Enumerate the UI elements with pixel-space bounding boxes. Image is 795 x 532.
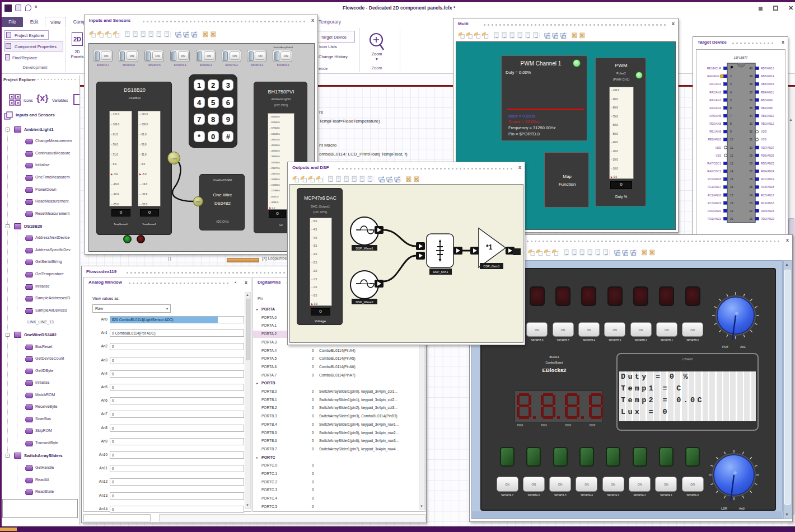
svg-text:10: 10 [730, 138, 733, 141]
svg-text:RB3/AN9: RB3/AN9 [761, 98, 773, 102]
svg-text:4: 4 [730, 91, 732, 94]
svg-text:RC1/AN17: RC1/AN17 [708, 185, 721, 189]
svg-text:RB1/AN10: RB1/AN10 [761, 114, 774, 117]
svg-text:33: 33 [749, 122, 752, 125]
svg-text:RD3/AN23: RD3/AN23 [761, 209, 774, 213]
svg-text:5: 5 [730, 98, 732, 102]
svg-text:RB0/AN12: RB0/AN12 [761, 122, 774, 125]
svg-text:RC0/AN16: RC0/AN16 [708, 177, 721, 181]
svg-text:2: 2 [730, 74, 732, 78]
svg-text:12: 12 [730, 154, 733, 157]
svg-text:39: 39 [749, 74, 752, 78]
svg-text:37: 37 [749, 91, 752, 94]
svg-text:DSP_MIX1: DSP_MIX1 [433, 270, 448, 274]
svg-text:20: 20 [730, 217, 733, 220]
svg-text:16F18877: 16F18877 [734, 56, 748, 59]
svg-text:DSP_Gain1: DSP_Gain1 [483, 265, 499, 268]
svg-text:RC3/AN19: RC3/AN19 [708, 201, 721, 205]
svg-text:11: 11 [730, 146, 733, 149]
svg-text:16: 16 [730, 185, 733, 189]
svg-text:DSP_Wave1: DSP_Wave1 [356, 247, 373, 250]
svg-text:RD2/AN22: RD2/AN22 [761, 217, 774, 220]
svg-text:22: 22 [749, 209, 752, 213]
svg-text:7: 7 [730, 114, 732, 117]
svg-text:28: 28 [749, 162, 752, 165]
svg-text:RD0/AN20: RD0/AN20 [708, 209, 721, 213]
svg-text:40: 40 [749, 67, 752, 70]
svg-text:15: 15 [730, 177, 733, 181]
svg-text:RE2/AN10: RE2/AN10 [708, 138, 721, 141]
svg-text:RB7/AN13: RB7/AN13 [761, 67, 774, 70]
svg-text:36: 36 [749, 98, 752, 102]
svg-text:35: 35 [749, 106, 752, 110]
svg-text:1: 1 [730, 67, 732, 70]
svg-text:VDD: VDD [761, 130, 767, 133]
svg-text:29: 29 [749, 154, 752, 157]
svg-text:RA4/AN4: RA4/AN4 [709, 106, 721, 110]
svg-text:8: 8 [730, 122, 732, 125]
svg-text:RE0/AN8: RE0/AN8 [709, 122, 721, 125]
svg-text:9: 9 [730, 130, 732, 133]
svg-text:RA7/OSC1: RA7/OSC1 [707, 162, 721, 165]
svg-text:RD1/AN21: RD1/AN21 [708, 217, 721, 220]
svg-text:27: 27 [749, 170, 752, 173]
svg-text:RA1/AN1: RA1/AN1 [709, 82, 721, 86]
svg-text:30: 30 [749, 146, 752, 149]
svg-text:13: 13 [730, 162, 733, 165]
svg-text:17: 17 [730, 194, 733, 197]
svg-text:34: 34 [749, 114, 752, 117]
svg-text:23: 23 [749, 201, 752, 205]
svg-text:38: 38 [749, 82, 752, 86]
svg-text:31: 31 [749, 138, 752, 141]
svg-text:RA0/AN0: RA0/AN0 [707, 74, 719, 78]
svg-text:*1: *1 [486, 243, 493, 251]
svg-text:RC2/AN18: RC2/AN18 [708, 194, 721, 197]
svg-text:VDD: VDD [715, 146, 721, 149]
svg-text:RA3/AN3: RA3/AN3 [709, 98, 721, 102]
svg-text:RC5/AN17: RC5/AN17 [761, 194, 774, 197]
svg-text:25: 25 [749, 185, 752, 189]
svg-text:RD5/AN25: RD5/AN25 [761, 162, 774, 165]
svg-text:RA2/AN2: RA2/AN2 [709, 91, 721, 94]
svg-text:RB6/AN14: RB6/AN14 [761, 74, 774, 78]
svg-text:VSS: VSS [761, 138, 767, 141]
svg-text:32: 32 [749, 130, 752, 133]
svg-text:RC4/AN16: RC4/AN16 [761, 201, 774, 205]
svg-text:21: 21 [749, 217, 752, 220]
svg-text:DSP_Wave2: DSP_Wave2 [356, 300, 373, 304]
svg-text:RB2/AN8: RB2/AN8 [761, 106, 773, 110]
svg-text:RB4/AN11: RB4/AN11 [761, 91, 774, 94]
svg-text:RC7/AN19: RC7/AN19 [761, 177, 774, 181]
svg-text:RE1/AN9: RE1/AN9 [709, 130, 721, 133]
svg-text:19: 19 [730, 209, 733, 213]
svg-text:14: 14 [730, 170, 733, 173]
svg-text:3: 3 [730, 82, 732, 86]
svg-text:6: 6 [730, 106, 732, 110]
svg-text:RD7/AN27: RD7/AN27 [761, 146, 774, 149]
svg-text:RC6/AN18: RC6/AN18 [761, 185, 774, 189]
svg-text:RE3/MCLR: RE3/MCLR [707, 67, 722, 70]
svg-text:RD4/AN24: RD4/AN24 [761, 170, 774, 173]
svg-text:VSS: VSS [716, 154, 722, 157]
svg-text:RD6/AN26: RD6/AN26 [761, 154, 774, 157]
svg-text:RA5/AN5: RA5/AN5 [709, 114, 721, 117]
svg-text:26: 26 [749, 177, 752, 181]
svg-text:24: 24 [749, 194, 752, 197]
svg-text:RA6/OSC2: RA6/OSC2 [707, 170, 721, 173]
svg-text:18: 18 [730, 201, 733, 205]
svg-text:RB5/AN15: RB5/AN15 [761, 82, 774, 86]
